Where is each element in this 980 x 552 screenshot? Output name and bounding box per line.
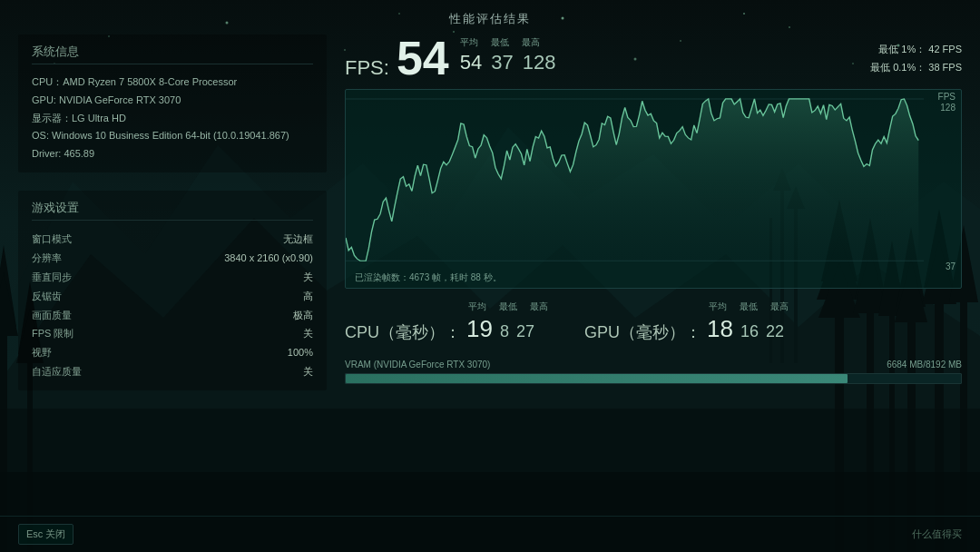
gpu-max-value: 22 — [766, 322, 784, 341]
gpu-block: GPU（毫秒）： 平均 最低 最高 18 16 22 — [584, 301, 789, 343]
setting-value: 极高 — [293, 306, 313, 325]
pct01-value: 38 FPS — [928, 62, 962, 73]
fps-max-value: 128 — [523, 51, 556, 74]
vram-bar — [345, 373, 962, 384]
setting-key: 视野 — [32, 343, 52, 362]
setting-value: 关 — [303, 268, 313, 287]
pct1-value: 42 FPS — [928, 44, 962, 54]
gpu-avg-value: 18 — [707, 315, 733, 343]
setting-key: FPS 限制 — [32, 324, 74, 343]
fps-avg-header: 平均 — [460, 36, 478, 49]
fps-percentiles: 最低 1%： 42 FPS 最低 0.1%： 38 FPS — [870, 41, 962, 82]
watermark: 什么值得买 — [912, 527, 962, 541]
fps-min-header: 最低 — [491, 36, 509, 49]
system-info-title: 系统信息 — [32, 44, 313, 64]
gpu-max-header: 最高 — [770, 301, 789, 313]
cpu-info: CPU：AMD Ryzen 7 5800X 8-Core Processor — [32, 74, 313, 92]
pct01-label: 最低 0.1%： — [870, 62, 926, 73]
os-info: OS: Windows 10 Business Edition 64-bit (… — [32, 127, 313, 145]
gpu-avg-header: 平均 — [709, 301, 727, 313]
fps-main-block: FPS: 54 — [345, 34, 449, 82]
setting-row: 垂直同步关 — [32, 268, 313, 287]
fps-max-header: 最高 — [522, 36, 540, 49]
system-info-panel: 系统信息 CPU：AMD Ryzen 7 5800X 8-Core Proces… — [18, 34, 327, 172]
gpu-min-value: 16 — [740, 322, 759, 341]
fps-min-value: 37 — [491, 51, 513, 74]
setting-key: 画面质量 — [32, 306, 72, 325]
gpu-min-header: 最低 — [740, 301, 758, 313]
setting-value: 100% — [288, 343, 313, 362]
setting-row: 反锯齿高 — [32, 287, 313, 306]
gpu-info: GPU: NVIDIA GeForce RTX 3070 — [32, 92, 313, 110]
bottom-stats: CPU（毫秒）： 平均 最低 最高 19 8 27 — [345, 296, 962, 348]
driver-info: Driver: 465.89 — [32, 145, 313, 163]
cpu-max-header: 最高 — [530, 301, 548, 313]
setting-key: 窗口模式 — [32, 230, 72, 249]
vram-label: VRAM (NVIDIA GeForce RTX 3070) — [345, 360, 490, 370]
setting-value: 高 — [303, 287, 313, 306]
setting-key: 分辨率 — [32, 249, 62, 268]
setting-row: 自适应质量关 — [32, 362, 313, 381]
setting-row: 分辨率3840 x 2160 (x0.90) — [32, 249, 313, 268]
cpu-max-value: 27 — [516, 322, 534, 341]
game-settings-title: 游戏设置 — [32, 200, 313, 221]
setting-key: 反锯齿 — [32, 287, 62, 306]
cpu-min-value: 8 — [500, 322, 509, 341]
close-button[interactable]: Esc 关闭 — [18, 524, 74, 545]
display-info: 显示器：LG Ultra HD — [32, 110, 313, 128]
page-title: 性能评估结果 — [0, 0, 980, 34]
cpu-block: CPU（毫秒）： 平均 最低 最高 19 8 27 — [345, 301, 548, 343]
footer: Esc 关闭 什么值得买 — [0, 516, 980, 552]
game-settings-panel: 游戏设置 窗口模式无边框分辨率3840 x 2160 (x0.90)垂直同步关反… — [18, 191, 327, 390]
pct1-label: 最低 1%： — [878, 44, 926, 54]
cpu-label: CPU（毫秒）： — [345, 321, 461, 343]
setting-row: 视野100% — [32, 343, 313, 362]
cpu-avg-value: 19 — [466, 315, 493, 343]
fps-avg-sub: 54 — [460, 51, 482, 74]
chart-fps-label: FPS — [938, 92, 956, 102]
chart-footer: 已渲染帧数：4673 帧，耗时 88 秒。 — [355, 271, 502, 284]
setting-row: 窗口模式无边框 — [32, 230, 313, 249]
setting-row: 画面质量极高 — [32, 306, 313, 325]
fps-label: FPS: — [345, 56, 389, 80]
gpu-label: GPU（毫秒）： — [584, 321, 701, 343]
vram-usage: 6684 MB/8192 MB — [887, 360, 962, 370]
setting-row: FPS 限制关 — [32, 324, 313, 343]
vram-section: VRAM (NVIDIA GeForce RTX 3070) 6684 MB/8… — [345, 355, 962, 389]
cpu-min-header: 最低 — [499, 301, 517, 313]
setting-key: 自适应质量 — [32, 362, 82, 381]
chart-max-label: 128 — [940, 103, 956, 113]
setting-key: 垂直同步 — [32, 268, 72, 287]
fps-chart: FPS 128 37 已渲染帧数：4673 帧，耗时 88 秒。 — [345, 89, 962, 289]
chart-min-label: 37 — [946, 261, 956, 271]
fps-avg-value: 54 — [397, 34, 449, 82]
setting-value: 关 — [303, 324, 313, 343]
setting-value: 3840 x 2160 (x0.90) — [224, 249, 313, 268]
setting-value: 无边框 — [283, 230, 313, 249]
cpu-avg-header: 平均 — [468, 301, 486, 313]
setting-value: 关 — [303, 362, 313, 381]
